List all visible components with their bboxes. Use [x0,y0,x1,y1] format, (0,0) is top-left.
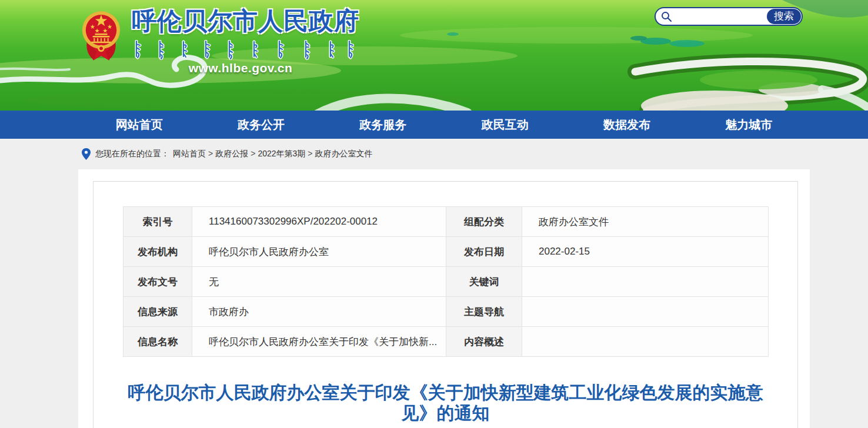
content-card: 索引号1134160073302996XP/202202-00012组配分类政府… [78,169,810,428]
meta-table-row: 索引号1134160073302996XP/202202-00012组配分类政府… [123,207,769,237]
nav-item-3[interactable]: 政务服务 [322,111,444,139]
meta-value: 呼伦贝尔市人民政府办公室关于印发《关于加快新... [192,327,446,357]
meta-label: 发布机构 [123,237,192,267]
meta-table-row: 信息名称呼伦贝尔市人民政府办公室关于印发《关于加快新...内容概述 [123,327,769,357]
nav-item-2[interactable]: 政务公开 [200,111,322,139]
article-title: 呼伦贝尔市人民政府办公室关于印发《关于加快新型建筑工业化绿色发展的实施意见》的通… [125,382,767,423]
mongolian-script [133,40,354,60]
location-pin-icon [82,148,91,160]
site-brand: 呼伦贝尔市人民政府 [81,5,361,75]
breadcrumb-prefix: 您现在所在的位置： [95,149,169,159]
meta-label: 索引号 [123,207,192,237]
meta-value: 呼伦贝尔市人民政府办公室 [192,237,446,267]
breadcrumb-separator: > [308,149,312,158]
page: 呼伦贝尔市人民政府 [0,0,868,428]
breadcrumb-item-3[interactable]: 2022年第3期 [258,149,305,158]
meta-value: 无 [192,267,446,297]
meta-label: 主题导航 [446,297,522,327]
meta-table: 索引号1134160073302996XP/202202-00012组配分类政府… [123,206,769,357]
content-panel: 索引号1134160073302996XP/202202-00012组配分类政府… [93,181,798,428]
nav-item-1[interactable]: 网站首页 [78,111,200,139]
site-title: 呼伦贝尔市人民政府 [132,5,361,38]
meta-value: 1134160073302996XP/202202-00012 [192,207,446,237]
meta-label: 信息名称 [123,327,192,357]
meta-label: 发布文号 [123,267,192,297]
meta-label: 发布日期 [446,237,522,267]
site-url: www.hlbe.gov.cn [132,61,349,75]
nav-items: 网站首页政务公开政务服务政民互动数据发布魅力城市 [78,111,810,139]
meta-label: 关键词 [446,267,522,297]
breadcrumb-separator: > [251,149,255,158]
meta-value [522,267,769,297]
brand-text: 呼伦贝尔市人民政府 [132,5,361,75]
search-box: 搜索 [655,7,803,26]
meta-value [522,327,769,357]
meta-value: 市政府办 [192,297,446,327]
meta-label: 信息来源 [123,297,192,327]
meta-label: 组配分类 [446,207,522,237]
meta-value [522,297,769,327]
breadcrumb-separator: > [208,149,213,158]
meta-table-row: 发布机构呼伦贝尔市人民政府办公室发布日期2022-02-15 [123,237,769,267]
search-button[interactable]: 搜索 [767,9,801,24]
nav-item-4[interactable]: 政民互动 [444,111,566,139]
nav-item-6[interactable]: 魅力城市 [688,111,810,139]
meta-label: 内容概述 [446,327,522,357]
breadcrumb-item-2[interactable]: 政府公报 [215,149,248,158]
meta-table-row: 信息来源市政府办主题导航 [123,297,769,327]
main-nav: 网站首页政务公开政务服务政民互动数据发布魅力城市 [0,111,868,139]
breadcrumb-item-4[interactable]: 政府办公室文件 [315,149,373,158]
meta-value: 2022-02-15 [522,237,769,267]
meta-value: 政府办公室文件 [522,207,769,237]
site-header: 呼伦贝尔市人民政府 [0,0,868,111]
national-emblem-logo [81,8,121,63]
breadcrumb-items: 网站首页>政府公报>2022年第3期>政府办公室文件 [173,149,373,159]
breadcrumb-item-1[interactable]: 网站首页 [173,149,206,158]
nav-item-5[interactable]: 数据发布 [566,111,687,139]
search-icon [661,11,672,22]
search-input[interactable] [676,12,767,22]
meta-table-row: 发布文号无关键词 [123,267,769,297]
breadcrumb: 您现在所在的位置： 网站首页>政府公报>2022年第3期>政府办公室文件 [0,139,868,169]
